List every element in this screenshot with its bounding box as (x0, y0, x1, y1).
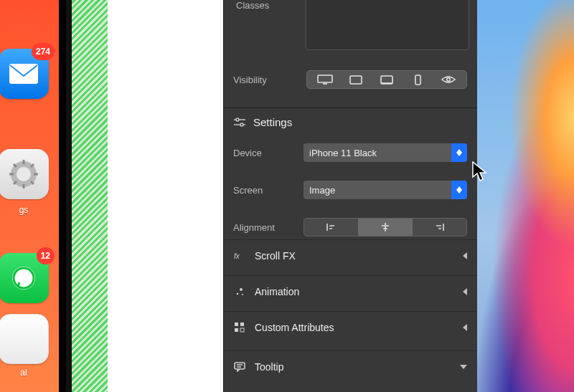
select-stepper-icon (451, 143, 467, 162)
app-label-safari: al (0, 368, 56, 378)
app-icon-safari (0, 314, 49, 364)
app-icon-whatsapp: 12 (0, 253, 49, 303)
classes-label: Classes (236, 0, 269, 11)
visibility-label: Visibility (233, 75, 304, 85)
custom-attributes-section-header[interactable]: Custom Attributes (223, 311, 477, 343)
svg-text:fx: fx (234, 252, 240, 260)
whatsapp-badge: 12 (37, 247, 55, 264)
screen-select[interactable]: Image (304, 181, 467, 199)
fx-icon: fx (233, 249, 246, 262)
blocks-icon (233, 321, 246, 334)
screen-label: Screen (233, 185, 304, 196)
settings-section-header[interactable]: Settings (223, 107, 477, 136)
svg-point-18 (447, 78, 451, 82)
svg-rect-36 (235, 322, 238, 326)
device-value: iPhone 11 Black (309, 148, 377, 158)
collapse-down-icon (460, 365, 467, 369)
alignment-row: Alignment (223, 214, 477, 241)
visibility-segmented (306, 70, 467, 89)
mail-badge: 274 (32, 43, 55, 60)
svg-rect-40 (235, 363, 245, 369)
visibility-tablet-portrait-icon[interactable] (372, 72, 401, 87)
custom-attributes-label: Custom Attributes (255, 322, 334, 333)
svg-point-35 (242, 294, 243, 295)
visibility-eye-icon[interactable] (434, 72, 464, 87)
visibility-desktop-icon[interactable] (310, 72, 339, 87)
animation-section-header[interactable]: Animation (223, 275, 477, 307)
svg-point-34 (240, 288, 243, 291)
svg-point-20 (236, 118, 239, 121)
svg-point-33 (237, 292, 239, 295)
screen-value: Image (309, 185, 335, 196)
align-right-button[interactable] (413, 219, 466, 236)
collapse-left-icon (463, 288, 467, 295)
tooltip-section-header[interactable]: Tooltip (223, 350, 477, 382)
sliders-icon (233, 116, 246, 129)
device-frame: 274 gs 12 al (0, 0, 72, 392)
svg-rect-37 (240, 322, 244, 326)
svg-rect-38 (235, 328, 238, 332)
device-label: Device (233, 148, 304, 158)
settings-header-label: Settings (253, 116, 292, 128)
svg-point-11 (12, 267, 35, 290)
device-screen: 274 gs 12 al (0, 0, 59, 392)
scroll-fx-section-header[interactable]: fx Scroll FX (223, 239, 477, 271)
svg-rect-17 (415, 75, 420, 85)
device-row: Device iPhone 11 Black (223, 139, 477, 166)
alignment-segmented (304, 218, 467, 236)
app-icon-mail: 274 (0, 49, 49, 99)
device-select[interactable]: iPhone 11 Black (304, 143, 467, 162)
collapse-left-icon (463, 324, 467, 331)
align-center-button[interactable] (358, 219, 412, 236)
canvas-selection-background: 274 gs 12 al (0, 0, 108, 392)
align-left-button[interactable] (304, 219, 358, 236)
svg-point-22 (240, 123, 243, 126)
inspector-panel: Classes Visibility Settings (223, 0, 477, 392)
speech-bubble-icon (233, 360, 246, 373)
svg-rect-0 (9, 64, 38, 84)
scroll-fx-label: Scroll FX (255, 250, 296, 262)
select-stepper-icon (451, 181, 467, 199)
visibility-phone-icon[interactable] (403, 72, 433, 87)
svg-rect-12 (318, 75, 332, 82)
desktop-wallpaper (477, 0, 574, 392)
svg-point-2 (17, 167, 31, 181)
app-label-settings: gs (0, 205, 56, 215)
app-icon-settings (0, 149, 49, 199)
animation-label: Animation (255, 286, 299, 297)
alignment-label: Alignment (233, 222, 304, 233)
tooltip-label: Tooltip (255, 361, 283, 373)
classes-input[interactable] (306, 0, 469, 50)
screen-row: Screen Image (223, 176, 477, 204)
visibility-row: Visibility (223, 66, 477, 93)
svg-rect-14 (350, 76, 362, 84)
visibility-tablet-landscape-icon[interactable] (341, 72, 370, 87)
sparkle-icon (233, 285, 246, 298)
collapse-left-icon (463, 252, 467, 259)
svg-rect-39 (240, 328, 244, 332)
